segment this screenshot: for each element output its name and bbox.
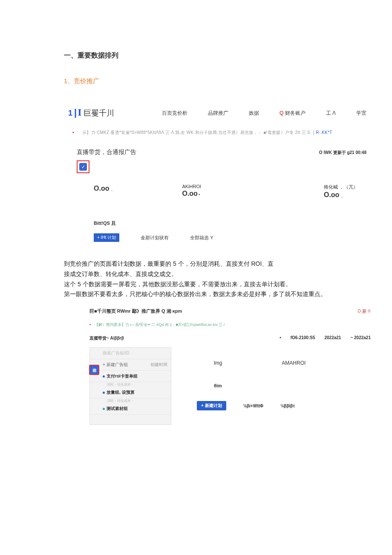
sidebar-header-row: + 新建广告组 创建时间 [90,359,171,371]
stat-block: 格化喊 ，（兀） O.oo， [324,184,358,199]
nav-item[interactable]: 学宜 [356,110,366,117]
nav-item[interactable]: 百页竞价析 [162,110,187,117]
column-header: 创建时间 [150,362,167,368]
panel2-tip: • ·【解）熊均庋水】力.i—员/安全••·二 XQd 何 1；■方<β三t½p… [89,322,371,328]
nav-item[interactable]: Q 财务账户 [280,110,306,117]
tab-icon: ✓ [79,163,87,171]
small-label: θim [214,383,371,388]
status-dot-icon [103,408,105,410]
filter-text[interactable]: 全部籍选 Y [190,235,213,241]
small-title: Bitt!QS 且 [94,220,371,227]
screenshot-panel-1: 1 | I 巨矍千川 百页竞价析 品牌推广 效据 Q 财务账户 工 Λ 学宜 •… [64,107,371,242]
status-dot-icon [103,392,105,394]
section-heading: 一、重要数据排列 [64,51,371,60]
highlighted-sidebar-icon[interactable]: ▦ [89,365,99,375]
stat-value: O.oo， [94,185,114,192]
nav-item[interactable]: 效据 [249,110,259,117]
sidebar-search[interactable]: 搜索广告组/ID [90,348,171,359]
body-paragraph: 到竞价推广的页面看计划数据，最重要的 5 个，分别是消耗、直接支付 ROI、直 … [64,259,371,299]
update-time: O IWK 更新于 g21 00:48 [319,150,366,156]
date-range: ~ 2022a21 [350,335,371,341]
panel2-right-label: O 蕨 ® [357,308,371,314]
right-area: lmg AMAHROI θim + 新建计划 ⅛βi+WttΦ ¼ββiβτ [180,347,371,425]
stats-row: O.oo， AKiHROI O.oo• 格化喊 ，（兀） O.oo， [94,184,371,199]
metric-label: lmg [214,360,222,366]
nav-item[interactable]: 工 Λ [326,110,336,117]
text-fragment: ⅛βi+WttΦ [243,404,263,408]
sidebar-screenshot: 搜索广告组/ID ▦ + 新建广告组 创建时间 支付roi卡首单组 消耗・转化成… [89,347,171,425]
brand-i-icon: I [78,107,81,118]
brand-number: 1 [68,109,72,118]
panel2-sub-left: 直擢带货~ Aiββrβ [89,335,124,341]
sidebar-item[interactable]: 支付roi卡首单组 [90,371,171,382]
q-icon: Q [280,110,285,116]
brand-bar: | [74,107,77,118]
nav-item[interactable]: 品牌推广 [208,110,228,117]
metric-label: AMAHROI [282,360,306,366]
button-row: + IHt 计划 金那计划状有 全部籍选 Y [94,233,371,242]
stat-value: O.oo， [324,191,358,199]
bullet-icon: • [89,323,91,327]
sidebar-item-sub: 消耗・转化成本・ [90,398,171,403]
date-range: 2022a21 [325,335,341,341]
stat-label: 格化喊 ，（兀） [324,184,358,190]
brand-name: 巨矍千川 [84,108,114,118]
filter-text[interactable]: 金那计划状有 [141,235,169,241]
text-fragment: ¼ββiβτ [280,404,295,408]
subsection-heading: 1、竞价推广 [64,77,371,85]
sidebar-item[interactable]: 放量组, 设预算 [90,387,171,398]
stat-label: AKiHROI [182,184,201,189]
new-plan-button[interactable]: + IHt 计划 [94,233,119,242]
bullet-icon: • [72,130,74,135]
banner-text: • 示】力 CMKZ 看烫*安量*0>W8fi*5KttΛftΛ 三 Λ 我.佥… [72,130,371,136]
add-group-button[interactable]: + 新建广告组 [103,362,128,368]
nav-row: 百页竞价析 品牌推广 效据 Q 财务账户 工 Λ 学宜 [162,110,366,117]
screenshot-panel-2: 巨■千川整页 RWmr 鄢》推广敌界 Q 湘 κpm O 蕨 ® • ·【解）熊… [64,308,371,425]
highlighted-tab-icon[interactable]: ✓ [77,160,89,173]
panel2-title: 巨■千川整页 RWmr 鄢》推广敌界 Q 湘 κpm [89,308,182,314]
stat-block: O.oo， [94,184,114,199]
subhead: 直播带货，合通报广告 [77,148,136,156]
sidebar-item[interactable]: 测试素材组 [90,403,171,415]
status-dot-icon [103,375,105,378]
stat-value: O.oo• [182,190,201,198]
sidebar-item-sub: 消耗・转化成本・ [90,382,171,387]
new-plan-button[interactable]: + 新建计划 [197,401,226,410]
date-range: fO6-2100:S5 [291,335,315,341]
stat-block: AKiHROI O.oo• [182,184,201,199]
dot-icon: • [280,335,281,341]
